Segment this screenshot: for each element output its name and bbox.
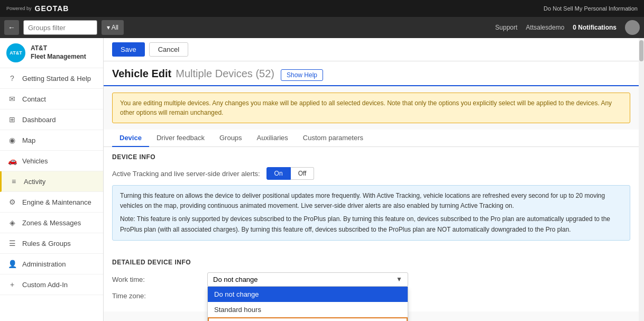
warning-banner: You are editing multiple devices. Any ch… <box>112 93 630 123</box>
tab-auxiliaries[interactable]: Auxiliaries <box>250 130 296 147</box>
avatar[interactable] <box>625 20 640 35</box>
work-time-row: Work time: Do not change ▼ Do not change… <box>112 272 630 287</box>
tab-groups-label: Groups <box>219 134 242 142</box>
sidebar-item-administration[interactable]: 👤 Administration <box>0 254 103 274</box>
page-title-main: Vehicle Edit <box>112 68 171 80</box>
map-icon: ◉ <box>7 135 17 145</box>
sidebar-item-custom-add-in[interactable]: + Custom Add-In <box>0 274 103 295</box>
dropdown-item-all-hours[interactable]: All hours <box>208 317 408 321</box>
sidebar-item-label: Getting Started & Help <box>22 75 91 82</box>
device-info-title: DEVICE INFO <box>112 153 630 161</box>
sidebar-brand: AT&T AT&TFleet Management <box>0 38 103 68</box>
sidebar-item-label: Rules & Groups <box>22 240 71 247</box>
engine-icon: ⚙ <box>7 197 17 207</box>
geotab-logo: GEOTAB <box>35 4 69 13</box>
do-not-sell-text: Do Not Sell My Personal Information <box>544 5 638 12</box>
top-bar: Powered by GEOTAB Do Not Sell My Persona… <box>0 0 644 17</box>
sidebar: AT&T AT&TFleet Management ? Getting Star… <box>0 38 104 321</box>
att-logo: AT&T <box>6 43 25 62</box>
sidebar-item-vehicles[interactable]: 🚗 Vehicles <box>0 151 103 171</box>
tab-driver-feedback-label: Driver feedback <box>157 134 205 142</box>
active-tracking-toggle: On Off <box>266 167 315 180</box>
dropdown-item-standard-hours[interactable]: Standard hours <box>208 302 408 317</box>
sidebar-item-label: Contact <box>22 95 46 103</box>
sidebar-item-dashboard[interactable]: ⊞ Dashboard <box>0 109 103 130</box>
detailed-device-info-section: DETAILED DEVICE INFO Work time: Do not c… <box>104 252 639 311</box>
time-zone-label: Time zone: <box>112 292 207 300</box>
page-title-sub: Multiple Devices (52) <box>176 68 274 80</box>
sidebar-item-map[interactable]: ◉ Map <box>0 130 103 151</box>
tabs-bar: Device Driver feedback Groups Auxiliarie… <box>104 130 639 147</box>
att-initials: AT&T <box>10 50 22 56</box>
sidebar-item-label: Activity <box>24 178 45 186</box>
back-button[interactable]: ← <box>4 20 19 35</box>
contact-icon: ✉ <box>7 94 17 104</box>
question-icon: ? <box>7 74 17 83</box>
custom-icon: + <box>7 280 17 289</box>
groups-filter-input[interactable] <box>23 20 97 35</box>
sidebar-item-label: Zones & Messages <box>22 219 81 227</box>
tab-custom-parameters-label: Custom parameters <box>303 134 363 142</box>
show-help-button[interactable]: Show Help <box>281 69 323 81</box>
work-time-dropdown-arrow: ▼ <box>396 276 402 283</box>
content-area: Save Cancel Vehicle Edit Multiple Device… <box>104 38 639 321</box>
cancel-button[interactable]: Cancel <box>149 42 188 57</box>
sidebar-item-label: Administration <box>22 260 66 268</box>
activity-icon: ≡ <box>9 177 19 186</box>
page-header: Vehicle Edit Multiple Devices (52) Show … <box>104 61 639 86</box>
detailed-device-info-title: DETAILED DEVICE INFO <box>112 259 630 266</box>
sidebar-item-activity[interactable]: ≡ Activity <box>0 171 103 192</box>
tab-groups[interactable]: Groups <box>212 130 250 147</box>
sidebar-item-zones-messages[interactable]: ◈ Zones & Messages <box>0 213 103 233</box>
all-dropdown-label: ▾ All <box>107 24 118 31</box>
zones-icon: ◈ <box>7 218 17 227</box>
tab-custom-parameters[interactable]: Custom parameters <box>296 130 371 147</box>
admin-icon: 👤 <box>7 259 17 269</box>
toggle-off-button[interactable]: Off <box>291 167 315 180</box>
vehicles-icon: 🚗 <box>7 156 17 166</box>
work-time-select-wrapper: Do not change ▼ Do not change Standard h… <box>207 272 408 287</box>
rules-icon: ☰ <box>7 239 17 248</box>
sidebar-item-label: Engine & Maintenance <box>22 198 91 206</box>
sidebar-item-getting-started[interactable]: ? Getting Started & Help <box>0 68 103 89</box>
active-tracking-row: Active Tracking and live server-side dri… <box>112 167 630 180</box>
main-layout: AT&T AT&TFleet Management ? Getting Star… <box>0 38 644 321</box>
username-label[interactable]: Attsalesdemo <box>526 24 565 31</box>
top-bar-left: Powered by GEOTAB <box>6 4 69 13</box>
work-time-selected-value: Do not change <box>213 276 396 283</box>
info-text-1: Turning this feature on allows the devic… <box>120 191 622 211</box>
tab-driver-feedback[interactable]: Driver feedback <box>149 130 212 147</box>
toggle-on-button[interactable]: On <box>266 167 291 180</box>
sidebar-item-label: Vehicles <box>22 157 48 165</box>
sidebar-item-label: Custom Add-In <box>22 281 68 289</box>
brand-name: AT&TFleet Management <box>31 44 86 61</box>
nav-bar-right: Support Attsalesdemo 0 Notifications <box>495 20 640 35</box>
sidebar-item-engine-maintenance[interactable]: ⚙ Engine & Maintenance <box>0 192 103 213</box>
work-time-label: Work time: <box>112 276 207 283</box>
work-time-dropdown: Do not change Standard hours All hours L… <box>207 287 408 321</box>
sidebar-item-label: Dashboard <box>22 116 56 124</box>
tab-device-label: Device <box>119 134 142 142</box>
info-text-2: Note: This feature is only supported by … <box>120 214 622 234</box>
dropdown-item-label: Standard hours <box>214 306 261 314</box>
support-link[interactable]: Support <box>495 24 518 31</box>
active-tracking-label: Active Tracking and live server-side dri… <box>112 170 260 178</box>
sidebar-item-label: Map <box>22 136 35 144</box>
work-time-select-display[interactable]: Do not change ▼ <box>207 272 408 287</box>
dropdown-item-do-not-change[interactable]: Do not change <box>208 287 408 302</box>
save-button[interactable]: Save <box>112 42 145 57</box>
sidebar-item-contact[interactable]: ✉ Contact <box>0 89 103 109</box>
all-dropdown-button[interactable]: ▾ All <box>102 20 124 35</box>
device-info-section: DEVICE INFO Active Tracking and live ser… <box>104 147 639 252</box>
sidebar-item-rules-groups[interactable]: ☰ Rules & Groups <box>0 233 103 254</box>
scrollbar[interactable] <box>639 38 644 321</box>
toolbar: Save Cancel <box>104 38 639 61</box>
notifications-badge[interactable]: 0 Notifications <box>573 24 617 31</box>
tab-device[interactable]: Device <box>112 130 149 147</box>
powered-by-label: Powered by <box>6 6 32 11</box>
warning-text: You are editing multiple devices. Any ch… <box>120 99 612 116</box>
active-tracking-info-box: Turning this feature on allows the devic… <box>112 185 630 241</box>
tab-auxiliaries-label: Auxiliaries <box>257 134 288 142</box>
dropdown-item-label: Do not change <box>214 290 259 298</box>
dashboard-icon: ⊞ <box>7 115 17 124</box>
